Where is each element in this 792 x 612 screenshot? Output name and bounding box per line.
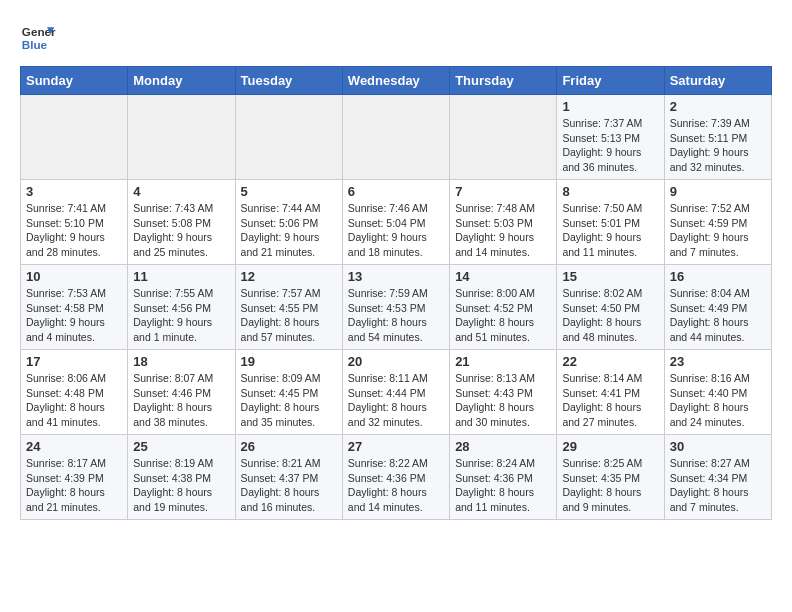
day-number: 1 [562,99,658,114]
day-info: Sunrise: 8:13 AM Sunset: 4:43 PM Dayligh… [455,371,551,430]
day-info: Sunrise: 7:41 AM Sunset: 5:10 PM Dayligh… [26,201,122,260]
day-info: Sunrise: 8:21 AM Sunset: 4:37 PM Dayligh… [241,456,337,515]
day-cell: 1Sunrise: 7:37 AM Sunset: 5:13 PM Daylig… [557,95,664,180]
day-cell [21,95,128,180]
week-row-1: 1Sunrise: 7:37 AM Sunset: 5:13 PM Daylig… [21,95,772,180]
day-info: Sunrise: 8:19 AM Sunset: 4:38 PM Dayligh… [133,456,229,515]
page-header: General Blue [20,20,772,56]
day-number: 3 [26,184,122,199]
calendar-table: SundayMondayTuesdayWednesdayThursdayFrid… [20,66,772,520]
column-header-thursday: Thursday [450,67,557,95]
logo-icon: General Blue [20,20,56,56]
calendar-body: 1Sunrise: 7:37 AM Sunset: 5:13 PM Daylig… [21,95,772,520]
day-number: 15 [562,269,658,284]
column-header-sunday: Sunday [21,67,128,95]
week-row-4: 17Sunrise: 8:06 AM Sunset: 4:48 PM Dayli… [21,350,772,435]
week-row-5: 24Sunrise: 8:17 AM Sunset: 4:39 PM Dayli… [21,435,772,520]
day-info: Sunrise: 7:57 AM Sunset: 4:55 PM Dayligh… [241,286,337,345]
day-info: Sunrise: 7:53 AM Sunset: 4:58 PM Dayligh… [26,286,122,345]
day-cell: 19Sunrise: 8:09 AM Sunset: 4:45 PM Dayli… [235,350,342,435]
week-row-3: 10Sunrise: 7:53 AM Sunset: 4:58 PM Dayli… [21,265,772,350]
day-number: 14 [455,269,551,284]
day-number: 21 [455,354,551,369]
day-cell: 18Sunrise: 8:07 AM Sunset: 4:46 PM Dayli… [128,350,235,435]
day-number: 24 [26,439,122,454]
day-cell: 11Sunrise: 7:55 AM Sunset: 4:56 PM Dayli… [128,265,235,350]
day-number: 2 [670,99,766,114]
day-number: 12 [241,269,337,284]
day-number: 19 [241,354,337,369]
day-number: 18 [133,354,229,369]
day-info: Sunrise: 7:50 AM Sunset: 5:01 PM Dayligh… [562,201,658,260]
day-cell [235,95,342,180]
day-number: 8 [562,184,658,199]
day-cell: 24Sunrise: 8:17 AM Sunset: 4:39 PM Dayli… [21,435,128,520]
day-info: Sunrise: 8:06 AM Sunset: 4:48 PM Dayligh… [26,371,122,430]
day-cell: 15Sunrise: 8:02 AM Sunset: 4:50 PM Dayli… [557,265,664,350]
week-row-2: 3Sunrise: 7:41 AM Sunset: 5:10 PM Daylig… [21,180,772,265]
day-cell: 2Sunrise: 7:39 AM Sunset: 5:11 PM Daylig… [664,95,771,180]
day-cell: 17Sunrise: 8:06 AM Sunset: 4:48 PM Dayli… [21,350,128,435]
day-number: 6 [348,184,444,199]
day-number: 29 [562,439,658,454]
day-number: 13 [348,269,444,284]
day-cell: 28Sunrise: 8:24 AM Sunset: 4:36 PM Dayli… [450,435,557,520]
logo: General Blue [20,20,56,56]
day-number: 25 [133,439,229,454]
day-number: 10 [26,269,122,284]
day-number: 17 [26,354,122,369]
day-cell: 16Sunrise: 8:04 AM Sunset: 4:49 PM Dayli… [664,265,771,350]
column-header-wednesday: Wednesday [342,67,449,95]
day-info: Sunrise: 7:52 AM Sunset: 4:59 PM Dayligh… [670,201,766,260]
day-cell: 26Sunrise: 8:21 AM Sunset: 4:37 PM Dayli… [235,435,342,520]
day-number: 11 [133,269,229,284]
day-info: Sunrise: 8:24 AM Sunset: 4:36 PM Dayligh… [455,456,551,515]
day-info: Sunrise: 7:37 AM Sunset: 5:13 PM Dayligh… [562,116,658,175]
column-header-friday: Friday [557,67,664,95]
day-number: 9 [670,184,766,199]
column-header-monday: Monday [128,67,235,95]
day-info: Sunrise: 8:11 AM Sunset: 4:44 PM Dayligh… [348,371,444,430]
day-cell: 3Sunrise: 7:41 AM Sunset: 5:10 PM Daylig… [21,180,128,265]
day-number: 5 [241,184,337,199]
day-cell: 8Sunrise: 7:50 AM Sunset: 5:01 PM Daylig… [557,180,664,265]
calendar-header-row: SundayMondayTuesdayWednesdayThursdayFrid… [21,67,772,95]
day-info: Sunrise: 7:55 AM Sunset: 4:56 PM Dayligh… [133,286,229,345]
day-info: Sunrise: 7:59 AM Sunset: 4:53 PM Dayligh… [348,286,444,345]
day-cell: 20Sunrise: 8:11 AM Sunset: 4:44 PM Dayli… [342,350,449,435]
day-info: Sunrise: 7:46 AM Sunset: 5:04 PM Dayligh… [348,201,444,260]
day-info: Sunrise: 8:25 AM Sunset: 4:35 PM Dayligh… [562,456,658,515]
day-cell [450,95,557,180]
svg-text:Blue: Blue [22,38,48,51]
day-cell: 23Sunrise: 8:16 AM Sunset: 4:40 PM Dayli… [664,350,771,435]
day-info: Sunrise: 7:48 AM Sunset: 5:03 PM Dayligh… [455,201,551,260]
day-number: 30 [670,439,766,454]
day-cell: 30Sunrise: 8:27 AM Sunset: 4:34 PM Dayli… [664,435,771,520]
day-cell: 25Sunrise: 8:19 AM Sunset: 4:38 PM Dayli… [128,435,235,520]
day-info: Sunrise: 8:14 AM Sunset: 4:41 PM Dayligh… [562,371,658,430]
day-cell: 21Sunrise: 8:13 AM Sunset: 4:43 PM Dayli… [450,350,557,435]
day-number: 4 [133,184,229,199]
day-info: Sunrise: 8:09 AM Sunset: 4:45 PM Dayligh… [241,371,337,430]
day-number: 16 [670,269,766,284]
column-header-tuesday: Tuesday [235,67,342,95]
day-cell: 9Sunrise: 7:52 AM Sunset: 4:59 PM Daylig… [664,180,771,265]
day-cell [128,95,235,180]
day-info: Sunrise: 7:44 AM Sunset: 5:06 PM Dayligh… [241,201,337,260]
day-cell: 4Sunrise: 7:43 AM Sunset: 5:08 PM Daylig… [128,180,235,265]
day-number: 27 [348,439,444,454]
day-info: Sunrise: 8:00 AM Sunset: 4:52 PM Dayligh… [455,286,551,345]
day-cell: 10Sunrise: 7:53 AM Sunset: 4:58 PM Dayli… [21,265,128,350]
day-cell: 14Sunrise: 8:00 AM Sunset: 4:52 PM Dayli… [450,265,557,350]
day-info: Sunrise: 8:02 AM Sunset: 4:50 PM Dayligh… [562,286,658,345]
day-info: Sunrise: 8:16 AM Sunset: 4:40 PM Dayligh… [670,371,766,430]
day-cell: 7Sunrise: 7:48 AM Sunset: 5:03 PM Daylig… [450,180,557,265]
day-cell: 5Sunrise: 7:44 AM Sunset: 5:06 PM Daylig… [235,180,342,265]
day-info: Sunrise: 8:17 AM Sunset: 4:39 PM Dayligh… [26,456,122,515]
column-header-saturday: Saturday [664,67,771,95]
day-info: Sunrise: 8:27 AM Sunset: 4:34 PM Dayligh… [670,456,766,515]
day-cell: 6Sunrise: 7:46 AM Sunset: 5:04 PM Daylig… [342,180,449,265]
day-cell [342,95,449,180]
day-info: Sunrise: 8:22 AM Sunset: 4:36 PM Dayligh… [348,456,444,515]
day-cell: 29Sunrise: 8:25 AM Sunset: 4:35 PM Dayli… [557,435,664,520]
